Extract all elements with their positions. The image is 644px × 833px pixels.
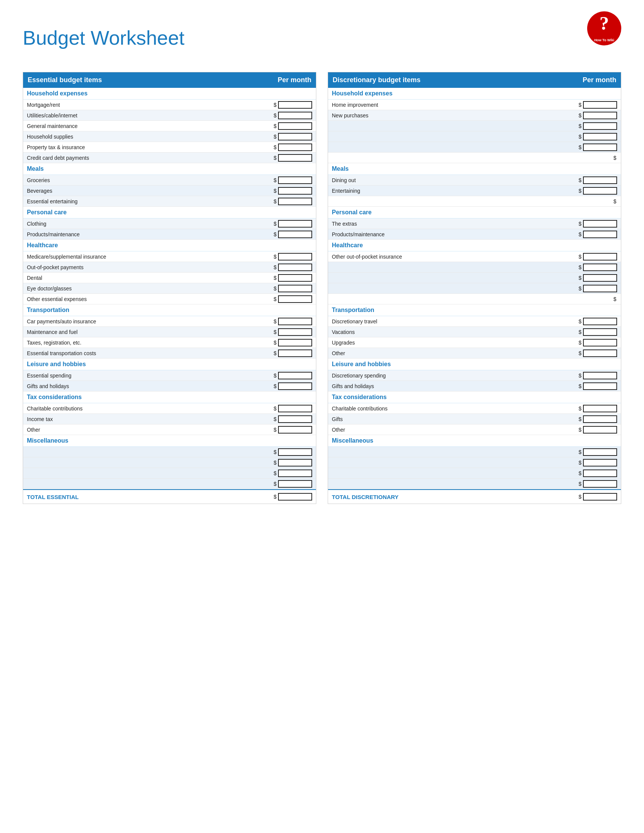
disc-section-leisure: Leisure and hobbies bbox=[328, 359, 621, 370]
table-row: $ bbox=[328, 131, 621, 142]
input-disc-spending[interactable] bbox=[583, 372, 617, 380]
input-tax-other[interactable] bbox=[278, 426, 312, 434]
discretionary-total-label: TOTAL DISCRETIONARY bbox=[332, 494, 399, 500]
input-groceries[interactable] bbox=[278, 177, 312, 184]
input-misc-4[interactable] bbox=[278, 480, 312, 488]
input-disc-misc-2[interactable] bbox=[583, 459, 617, 466]
input-disc-health-2[interactable] bbox=[583, 264, 617, 271]
input-transport-costs[interactable] bbox=[278, 349, 312, 357]
table-row: Vacations $ bbox=[328, 327, 621, 338]
input-income-tax[interactable] bbox=[278, 415, 312, 423]
input-other-oop[interactable] bbox=[583, 253, 617, 261]
essential-worksheet: Essential budget items Per month Househo… bbox=[23, 72, 316, 504]
input-misc-2[interactable] bbox=[278, 459, 312, 466]
table-row: $ bbox=[328, 479, 621, 489]
input-products-maint[interactable] bbox=[278, 231, 312, 238]
input-upgrades[interactable] bbox=[583, 339, 617, 346]
input-entertaining[interactable] bbox=[583, 187, 617, 195]
input-vacations[interactable] bbox=[583, 328, 617, 336]
input-disc-misc-1[interactable] bbox=[583, 448, 617, 456]
table-row: Groceries $ bbox=[23, 175, 316, 185]
input-disc-travel[interactable] bbox=[583, 318, 617, 325]
input-disc-tax-other[interactable] bbox=[583, 426, 617, 434]
input-other-essential[interactable] bbox=[278, 295, 312, 303]
input-disc-health-4[interactable] bbox=[583, 285, 617, 292]
essential-section-household: Household expenses bbox=[23, 88, 316, 100]
input-misc-1[interactable] bbox=[278, 448, 312, 456]
input-beverages[interactable] bbox=[278, 187, 312, 195]
input-general-maintenance[interactable] bbox=[278, 122, 312, 130]
input-disc-house-5[interactable] bbox=[583, 143, 617, 151]
input-total-discretionary[interactable] bbox=[583, 493, 617, 500]
input-credit-card[interactable] bbox=[278, 154, 312, 162]
logo-circle: ? How To Wiki bbox=[587, 11, 621, 45]
input-the-extras[interactable] bbox=[583, 220, 617, 228]
input-essential-entertaining[interactable] bbox=[278, 198, 312, 205]
input-essential-spending[interactable] bbox=[278, 372, 312, 380]
essential-header-permonth: Per month bbox=[278, 76, 311, 84]
table-row: $ bbox=[328, 283, 621, 294]
input-car-payments[interactable] bbox=[278, 318, 312, 325]
input-gifts-holidays[interactable] bbox=[278, 383, 312, 390]
table-row: Car payments/auto insurance $ bbox=[23, 316, 316, 327]
table-row: Property tax & insurance $ bbox=[23, 142, 316, 153]
table-row: Utilities/cable/internet $ bbox=[23, 110, 316, 121]
input-eye-doctor[interactable] bbox=[278, 285, 312, 292]
input-maintenance-fuel[interactable] bbox=[278, 328, 312, 336]
table-row: Charitable contributions $ bbox=[328, 403, 621, 414]
input-disc-house-3[interactable] bbox=[583, 122, 617, 130]
input-disc-products-maint[interactable] bbox=[583, 231, 617, 238]
disc-section-tax: Tax considerations bbox=[328, 391, 621, 403]
input-disc-gifts-holidays[interactable] bbox=[583, 383, 617, 390]
table-row: $ bbox=[328, 447, 621, 457]
input-disc-charitable[interactable] bbox=[583, 405, 617, 412]
page-title: Budget Worksheet bbox=[23, 26, 621, 49]
disc-section-personal-care: Personal care bbox=[328, 207, 621, 219]
table-row: Dental $ bbox=[23, 273, 316, 283]
input-disc-misc-3[interactable] bbox=[583, 470, 617, 477]
essential-section-transport: Transportation bbox=[23, 304, 316, 316]
input-dental[interactable] bbox=[278, 274, 312, 282]
discretionary-worksheet: Discretionary budget items Per month Hou… bbox=[328, 72, 621, 504]
input-utilities[interactable] bbox=[278, 112, 312, 119]
table-row: Essential entertaining $ bbox=[23, 196, 316, 207]
input-disc-house-4[interactable] bbox=[583, 133, 617, 140]
table-row: $ bbox=[23, 468, 316, 479]
table-row: $ bbox=[328, 142, 621, 153]
input-household-supplies[interactable] bbox=[278, 133, 312, 140]
table-row: Gifts and holidays $ bbox=[23, 381, 316, 391]
input-out-of-pocket[interactable] bbox=[278, 264, 312, 271]
input-medicare[interactable] bbox=[278, 253, 312, 261]
input-taxes-reg[interactable] bbox=[278, 339, 312, 346]
logo-question-mark: ? bbox=[600, 12, 609, 34]
input-home-improvement[interactable] bbox=[583, 101, 617, 109]
logo-brand: How To Wiki bbox=[594, 38, 615, 42]
table-row: Dining out $ bbox=[328, 175, 621, 185]
input-property-tax[interactable] bbox=[278, 143, 312, 151]
input-total-essential[interactable] bbox=[278, 493, 312, 500]
table-row: Essential transportation costs $ bbox=[23, 348, 316, 359]
discretionary-header-permonth: Per month bbox=[583, 76, 617, 84]
table-row: Other essential expenses $ bbox=[23, 294, 316, 304]
input-disc-health-3[interactable] bbox=[583, 274, 617, 282]
table-row: Taxes, registration, etc. $ bbox=[23, 338, 316, 348]
input-dining-out[interactable] bbox=[583, 177, 617, 184]
input-mortgage-rent[interactable] bbox=[278, 101, 312, 109]
table-row: Charitable contributions $ bbox=[23, 403, 316, 414]
table-row: $ bbox=[328, 457, 621, 468]
table-row: Other $ bbox=[23, 425, 316, 435]
disc-section-transport: Transportation bbox=[328, 304, 621, 316]
table-row: Clothing $ bbox=[23, 219, 316, 229]
input-clothing[interactable] bbox=[278, 220, 312, 228]
table-row: $ bbox=[328, 294, 621, 304]
input-misc-3[interactable] bbox=[278, 470, 312, 477]
input-disc-misc-4[interactable] bbox=[583, 480, 617, 488]
table-row: Gifts and holidays $ bbox=[328, 381, 621, 391]
input-new-purchases[interactable] bbox=[583, 112, 617, 119]
input-charitable[interactable] bbox=[278, 405, 312, 412]
table-row: Maintenance and fuel $ bbox=[23, 327, 316, 338]
worksheets-container: Essential budget items Per month Househo… bbox=[23, 72, 621, 504]
table-row: General maintenance $ bbox=[23, 121, 316, 131]
input-transport-other[interactable] bbox=[583, 349, 617, 357]
input-disc-gifts[interactable] bbox=[583, 415, 617, 423]
